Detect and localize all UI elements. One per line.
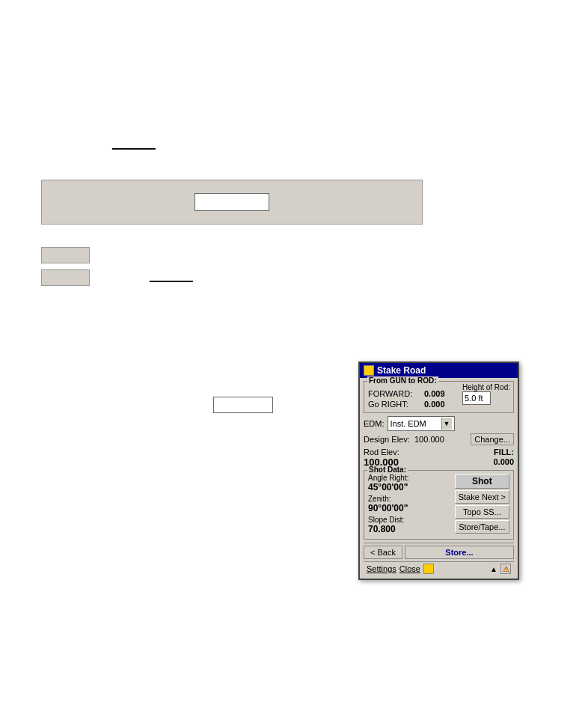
- bottom-buttons-row: < Back Store...: [364, 543, 514, 559]
- zenith-label: Zenith:: [368, 495, 453, 503]
- dialog-titlebar: Stake Road: [360, 363, 518, 378]
- left-button-2[interactable]: [41, 269, 90, 286]
- design-elev-value: 100.000: [414, 435, 468, 444]
- action-buttons: Shot Stake Next > Topo SS... Store/Tape.…: [455, 474, 509, 537]
- scroll-arrow-icon[interactable]: ▲: [490, 565, 497, 573]
- rod-elev-label: Rod Elev:: [364, 448, 490, 457]
- angle-right-value: 45°00'00": [368, 482, 453, 492]
- design-elev-label: Design Elev:: [364, 435, 412, 444]
- star-icon: [423, 564, 434, 574]
- shot-data-left: Angle Right: 45°00'00" Zenith: 90°00'00"…: [368, 474, 453, 537]
- from-gun-section-label: From GUN to ROD:: [367, 376, 438, 385]
- rod-fill-row: Rod Elev: 100.000 FILL: 0.000: [364, 448, 514, 468]
- forward-value: 0.009: [424, 389, 445, 398]
- go-right-value: 0.000: [424, 400, 445, 409]
- fill-value: 0.000: [493, 457, 514, 466]
- dialog-title-icon: [364, 365, 374, 376]
- settings-link[interactable]: Settings: [367, 564, 396, 573]
- zenith-value: 90°00'00": [368, 503, 453, 513]
- close-link[interactable]: Close: [399, 564, 420, 573]
- edm-select-value: Inst. EDM: [391, 419, 426, 428]
- shot-button[interactable]: Shot: [455, 474, 509, 489]
- rod-elev-area: Rod Elev: 100.000: [364, 448, 490, 468]
- slope-dist-label: Slope Dist:: [368, 516, 453, 524]
- fill-area: FILL: 0.000: [493, 448, 514, 466]
- stake-road-dialog: Stake Road From GUN to ROD: Height of Ro…: [358, 361, 519, 580]
- underline-label: ________: [112, 138, 156, 150]
- store-button[interactable]: Store...: [405, 546, 514, 559]
- edm-row: EDM: Inst. EDM ▼: [364, 416, 514, 431]
- forward-label: FORWARD:: [368, 389, 424, 398]
- top-underline-text: ________: [112, 138, 156, 150]
- store-tape-button[interactable]: Store/Tape...: [455, 520, 509, 534]
- height-of-rod-input[interactable]: [462, 391, 491, 405]
- stake-next-button[interactable]: Stake Next >: [455, 490, 509, 504]
- slope-dist-value: 70.800: [368, 524, 453, 534]
- shot-data-label: Shot Data:: [367, 466, 408, 474]
- back-button[interactable]: < Back: [364, 546, 402, 559]
- height-of-rod-label: Height of Rod:: [462, 383, 510, 391]
- edm-select[interactable]: Inst. EDM ▼: [388, 416, 455, 431]
- gray-toolbar-bar: [41, 180, 423, 225]
- dialog-title: Stake Road: [377, 365, 426, 376]
- edm-label: EDM:: [364, 419, 385, 428]
- shot-data-section: Shot Data: Angle Right: 45°00'00" Zenith…: [364, 470, 514, 540]
- shot-content: Angle Right: 45°00'00" Zenith: 90°00'00"…: [368, 474, 509, 537]
- from-gun-to-rod-section: From GUN to ROD: Height of Rod: FORWARD:…: [364, 381, 514, 413]
- warning-icon: ⚠: [500, 564, 511, 574]
- left-button-1[interactable]: [41, 247, 90, 263]
- underline-text-2: ________: [150, 271, 193, 282]
- go-right-label: Go RIGHT:: [368, 400, 424, 409]
- fill-label: FILL:: [493, 448, 514, 457]
- topo-ss-button[interactable]: Topo SS...: [455, 505, 509, 519]
- height-of-rod-area: Height of Rod:: [462, 383, 510, 405]
- edm-dropdown-arrow-icon[interactable]: ▼: [441, 418, 452, 430]
- change-button[interactable]: Change...: [471, 433, 514, 445]
- angle-right-label: Angle Right:: [368, 474, 453, 482]
- dialog-body: From GUN to ROD: Height of Rod: FORWARD:…: [360, 378, 518, 579]
- gray-bar-input[interactable]: [195, 193, 269, 211]
- mid-input-box[interactable]: [213, 397, 273, 413]
- design-elev-row: Design Elev: 100.000 Change...: [364, 433, 514, 445]
- status-bar: Settings Close ▲ ⚠: [364, 561, 514, 576]
